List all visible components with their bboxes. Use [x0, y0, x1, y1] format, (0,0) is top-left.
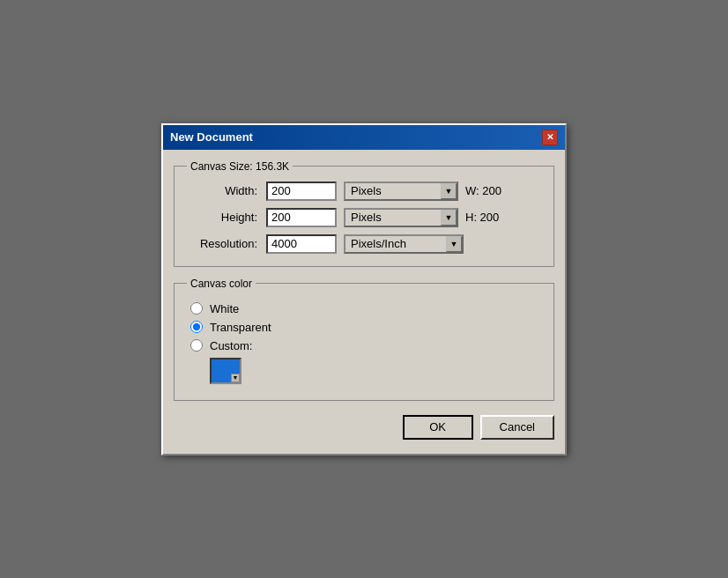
color-swatch-wrapper: ▼: [210, 358, 541, 384]
ok-button[interactable]: OK: [403, 415, 473, 440]
dialog-title: New Document: [170, 130, 253, 144]
color-radio-group: White Transparent Custom: ▼: [187, 299, 541, 388]
title-bar: New Document: [163, 125, 565, 150]
swatch-dropdown-arrow: ▼: [231, 374, 240, 382]
canvas-size-legend: Canvas Size: 156.3K: [187, 160, 293, 173]
height-unit-select[interactable]: Pixels Inches Centimeters Millimeters: [344, 208, 458, 227]
custom-radio-label[interactable]: Custom:: [210, 339, 252, 352]
transparent-radio-label[interactable]: Transparent: [210, 321, 271, 334]
white-radio[interactable]: [190, 302, 203, 315]
custom-color-swatch[interactable]: ▼: [210, 358, 241, 384]
height-input[interactable]: [266, 208, 337, 227]
custom-radio-item: Custom:: [187, 339, 541, 352]
resolution-label: Resolution:: [187, 237, 257, 250]
resolution-unit-wrapper: Pixels/Inch Pixels/Centimeter ▼: [344, 234, 464, 254]
canvas-color-section: Canvas color White Transparent Custom:: [174, 278, 554, 401]
canvas-size-section: Canvas Size: 156.3K Width: Pixels Inches…: [174, 160, 554, 267]
custom-radio[interactable]: [190, 339, 203, 352]
width-unit-select[interactable]: Pixels Inches Centimeters Millimeters: [344, 182, 458, 201]
resolution-row: Resolution: Pixels/Inch Pixels/Centimete…: [187, 234, 541, 254]
height-label: Height:: [187, 211, 257, 224]
height-display: H: 200: [465, 211, 509, 224]
width-label: Width:: [187, 184, 257, 197]
width-row: Width: Pixels Inches Centimeters Millime…: [187, 182, 541, 201]
white-radio-item: White: [187, 302, 541, 315]
button-row: OK Cancel: [174, 411, 554, 443]
canvas-color-legend: Canvas color: [187, 278, 256, 290]
resolution-input[interactable]: [266, 234, 337, 254]
white-radio-label[interactable]: White: [210, 302, 239, 315]
height-unit-wrapper: Pixels Inches Centimeters Millimeters ▼: [344, 208, 458, 227]
dialog-body: Canvas Size: 156.3K Width: Pixels Inches…: [163, 150, 565, 454]
new-document-dialog: New Document Canvas Size: 156.3K Width: …: [161, 123, 567, 456]
cancel-button[interactable]: Cancel: [480, 415, 554, 440]
width-input[interactable]: [266, 182, 337, 201]
width-unit-wrapper: Pixels Inches Centimeters Millimeters ▼: [344, 182, 458, 201]
height-row: Height: Pixels Inches Centimeters Millim…: [187, 208, 541, 227]
transparent-radio-item: Transparent: [187, 321, 541, 334]
resolution-unit-select[interactable]: Pixels/Inch Pixels/Centimeter: [344, 234, 464, 254]
close-button[interactable]: [542, 130, 558, 145]
transparent-radio[interactable]: [190, 321, 203, 333]
width-display: W: 200: [465, 184, 509, 197]
